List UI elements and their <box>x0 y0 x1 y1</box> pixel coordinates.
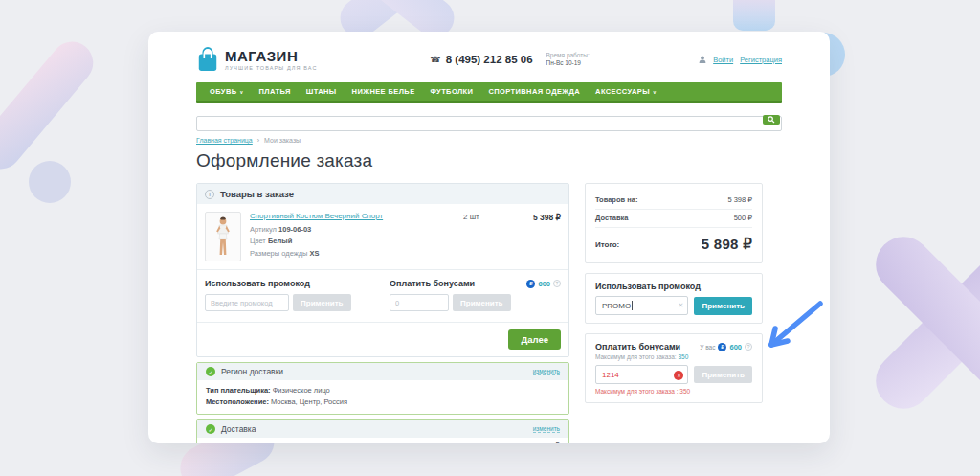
search-bar <box>196 112 782 128</box>
delivery-region-title: Регион доставки <box>221 367 283 376</box>
payer-type-row: Тип плательщика: Физическое лицо <box>206 385 560 397</box>
summary-total-row: Итого: 5 898 ₽ <box>595 236 752 255</box>
help-icon[interactable]: ? <box>553 280 561 287</box>
clear-icon[interactable]: ✕ <box>679 302 684 309</box>
bonus-box-title: Оплатить бонусами <box>595 342 680 351</box>
promo-box-title: Использовать промокод <box>595 282 752 291</box>
breadcrumb-home[interactable]: Главная страница <box>196 137 253 144</box>
nav-item-accessories[interactable]: АКСЕССУАРЫ∨ <box>595 87 657 96</box>
decor-circle-left <box>29 161 71 203</box>
product-row: Спортивный Костюм Вечерний Спорт Артикул… <box>197 204 568 269</box>
order-items-title: Товары в заказе <box>220 189 294 199</box>
register-link[interactable]: Регистрация <box>740 56 782 64</box>
next-button[interactable]: Далее <box>508 329 561 350</box>
error-clear-icon[interactable]: ✕ <box>674 371 683 380</box>
phone-number: 8 (495) 212 85 06 <box>446 54 533 65</box>
search-input[interactable] <box>196 116 782 131</box>
nav-item-shoes[interactable]: ОБУВЬ∨ <box>210 87 244 96</box>
main-nav: ОБУВЬ∨ ПЛАТЬЯ ШТАНЫ НИЖНЕЕ БЕЛЬЕ ФУТБОЛК… <box>196 82 782 103</box>
order-items-icon: i <box>205 190 214 199</box>
product-size: Размеры одежды XS <box>250 249 463 258</box>
bonus-available: 600 <box>729 343 742 351</box>
shopping-bag-icon <box>196 46 219 73</box>
decor-square-top-right <box>733 0 775 31</box>
store-name: МАГАЗИН <box>225 49 318 63</box>
location-row: Местоположение: Москва, Центр, Россия <box>206 397 560 408</box>
bonus-pay-box: Оплатить бонусами У вас ₽ 600 ? Максимум… <box>585 333 763 403</box>
product-color: Цвет Белый <box>250 237 463 245</box>
product-price: 5 398 ₽ <box>507 212 561 261</box>
text-cursor <box>632 301 633 310</box>
summary-delivery-row: Доставка 500 ₽ <box>595 210 752 228</box>
phone-block: ☎ 8 (495) 212 85 06 <box>431 54 533 65</box>
order-items-box: i Товары в заказе <box>196 183 569 357</box>
user-icon <box>699 56 706 63</box>
breadcrumb: Главная страница › Мои заказы <box>196 137 782 144</box>
arrow-annotation <box>759 297 828 356</box>
store-logo[interactable]: МАГАЗИН ЛУЧШИЕ ТОВАРЫ ДЛЯ ВАС <box>196 46 318 73</box>
inline-promo-apply-button[interactable]: Применить <box>293 294 351 311</box>
nav-item-dresses[interactable]: ПЛАТЬЯ <box>259 87 291 96</box>
summary-items-row: Товаров на: 5 398 ₽ <box>595 192 752 210</box>
inline-bonus-title: Оплатить бонусами <box>390 279 475 288</box>
you-have-label: У вас <box>700 344 715 351</box>
site-header: МАГАЗИН ЛУЧШИЕ ТОВАРЫ ДЛЯ ВАС ☎ 8 (495) … <box>196 41 782 78</box>
login-link[interactable]: Войти <box>713 56 733 64</box>
bonus-icon: ₽ <box>526 280 535 288</box>
decor-diagonal-bar <box>0 34 101 178</box>
hours-label: Время работы: <box>546 52 590 58</box>
bonus-apply-button[interactable]: Применить <box>694 366 752 383</box>
bonus-amount-input[interactable]: 1214 ✕ <box>595 365 688 384</box>
nav-item-sportswear[interactable]: СПОРТИВНАЯ ОДЕЖДА <box>488 87 580 96</box>
working-hours: Время работы: Пн-Вс 10-19 <box>546 52 590 68</box>
delivery-price: 500 ₽ <box>540 442 560 443</box>
inline-bonus-input[interactable] <box>390 294 449 311</box>
delivery-section: ✓ Доставка изменить Доставка курьером 50… <box>196 419 569 443</box>
chevron-down-icon: ∨ <box>653 89 657 95</box>
check-icon: ✓ <box>206 424 215 434</box>
page-title: Оформление заказа <box>196 150 782 171</box>
breadcrumb-current: Мои заказы <box>264 137 301 144</box>
promo-apply-button[interactable]: Применить <box>694 297 752 315</box>
order-items-header: i Товары в заказе <box>197 184 568 204</box>
search-icon <box>768 116 775 124</box>
delivery-method: Доставка курьером <box>224 442 298 443</box>
delivery-region-section: ✓ Регион доставки изменить Тип плательщи… <box>196 362 569 415</box>
nav-item-pants[interactable]: ШТАНЫ <box>306 87 337 96</box>
product-quantity: 2 шт <box>463 212 507 261</box>
chevron-down-icon: ∨ <box>240 89 244 95</box>
inline-promo-block: Использовать промокод Применить <box>205 279 376 311</box>
promo-code-input[interactable]: PROMO ✕ <box>595 296 688 315</box>
auth-links: Войти Регистрация <box>699 56 782 64</box>
product-sku: Артикул 109-06-03 <box>250 225 463 234</box>
phone-icon: ☎ <box>431 55 441 64</box>
total-amount: 5 898 ₽ <box>702 236 752 253</box>
bonus-available: 600 <box>538 280 550 288</box>
order-summary-box: Товаров на: 5 398 ₽ Доставка 500 ₽ Итого… <box>585 183 763 263</box>
bonus-max-note: Максимум для этого заказа: 350 <box>595 353 752 360</box>
store-tagline: ЛУЧШИЕ ТОВАРЫ ДЛЯ ВАС <box>225 65 318 71</box>
product-name-link[interactable]: Спортивный Костюм Вечерний Спорт <box>250 212 463 221</box>
hours-value: Пн-Вс 10-19 <box>546 59 590 68</box>
bonus-error-message: Максимум для этого заказа : 350 <box>595 388 752 395</box>
product-thumbnail[interactable] <box>205 212 241 261</box>
breadcrumb-separator: › <box>257 137 259 144</box>
delivery-edit-link[interactable]: изменить <box>533 425 560 433</box>
nav-item-underwear[interactable]: НИЖНЕЕ БЕЛЬЕ <box>352 87 415 96</box>
promo-code-box: Использовать промокод PROMO ✕ Применить <box>585 273 763 324</box>
inline-promo-title: Использовать промокод <box>205 279 376 288</box>
search-button[interactable] <box>763 115 780 125</box>
bonus-icon: ₽ <box>718 343 726 351</box>
shop-page-card: МАГАЗИН ЛУЧШИЕ ТОВАРЫ ДЛЯ ВАС ☎ 8 (495) … <box>148 32 830 443</box>
inline-bonus-block: Оплатить бонусами ₽ 600 ? Применить <box>390 279 561 311</box>
delivery-method-row: Доставка курьером 500 ₽ <box>197 438 568 443</box>
inline-bonus-apply-button[interactable]: Применить <box>453 294 511 311</box>
inline-promo-input[interactable] <box>205 294 289 311</box>
nav-item-tshirts[interactable]: ФУТБОЛКИ <box>431 87 474 96</box>
product-photo <box>211 215 235 258</box>
check-icon: ✓ <box>206 367 215 376</box>
delivery-title: Доставка <box>221 424 256 434</box>
delivery-region-edit-link[interactable]: изменить <box>533 368 560 375</box>
help-icon[interactable]: ? <box>745 343 752 351</box>
